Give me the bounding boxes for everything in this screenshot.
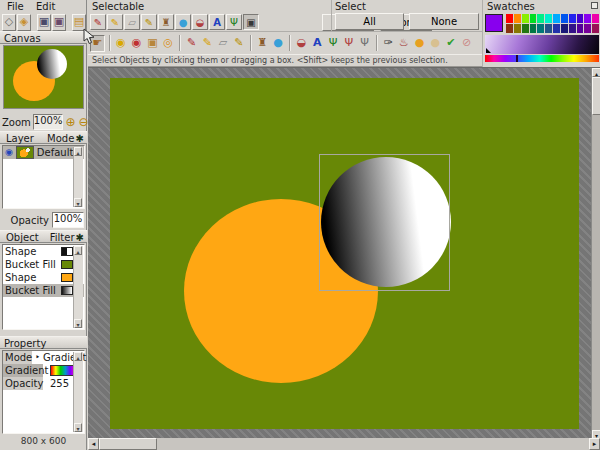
property-panel-header[interactable]: Property bbox=[0, 336, 87, 349]
drawing-page[interactable] bbox=[110, 78, 579, 429]
color-swatch[interactable] bbox=[592, 24, 599, 33]
flask-button[interactable]: ♨ bbox=[396, 35, 411, 52]
panel-gadget-icon[interactable] bbox=[591, 2, 598, 9]
scroll-down-icon[interactable]: ▾ bbox=[74, 198, 82, 207]
menu-file[interactable]: File bbox=[7, 1, 24, 12]
scroll-right-icon[interactable]: ▸ bbox=[589, 438, 600, 450]
stamp-button[interactable]: ♜ bbox=[255, 35, 270, 52]
apply-button[interactable]: ✔ bbox=[444, 35, 459, 52]
zoom-in-button[interactable]: ⊕ bbox=[65, 114, 75, 130]
selectable-screen-button[interactable]: ▣ bbox=[243, 14, 259, 30]
box-button[interactable]: ▣ bbox=[145, 35, 160, 52]
fill-orange-button[interactable]: ● bbox=[412, 35, 427, 52]
canvas-panel-header[interactable]: Canvas bbox=[0, 31, 87, 44]
layer-row-default[interactable]: ◉ Default bbox=[3, 146, 84, 159]
color-swatch[interactable] bbox=[561, 14, 568, 23]
scroll-up-icon[interactable]: ▴ bbox=[74, 246, 82, 255]
color-swatch[interactable] bbox=[506, 14, 513, 23]
horizontal-scroll-thumb[interactable] bbox=[99, 438, 157, 450]
letter-a-button[interactable]: A bbox=[310, 35, 325, 52]
selectable-droplet-button[interactable]: ● bbox=[175, 14, 191, 30]
color-swatch[interactable] bbox=[577, 14, 584, 23]
property-row-opacity[interactable]: Opacity 255 bbox=[3, 377, 84, 390]
color-swatch[interactable] bbox=[592, 14, 599, 23]
vertical-scrollbar[interactable]: ▴ ▾ bbox=[591, 68, 600, 438]
tab-object[interactable]: Object bbox=[6, 232, 39, 243]
save-button[interactable]: ▣ bbox=[37, 14, 51, 31]
scroll-up-icon[interactable]: ▴ bbox=[74, 147, 82, 156]
color-swatch[interactable] bbox=[584, 14, 591, 23]
scroll-down-icon[interactable]: ▾ bbox=[592, 430, 600, 438]
vertical-scroll-thumb[interactable] bbox=[592, 77, 600, 115]
layer-visibility-eye-icon[interactable]: ◉ bbox=[5, 146, 13, 159]
fill-tan-button[interactable]: ● bbox=[428, 35, 443, 52]
eraser-button[interactable]: ▱ bbox=[216, 35, 231, 52]
tab-filter[interactable]: Filter bbox=[50, 232, 75, 243]
property-row-gradient[interactable]: Gradient bbox=[3, 364, 84, 377]
color-swatch[interactable] bbox=[537, 24, 544, 33]
menu-edit[interactable]: Edit bbox=[36, 1, 55, 12]
tab-mode[interactable]: Mode bbox=[47, 133, 74, 144]
property-row-mode[interactable]: Mode ‣ Gradient bbox=[3, 351, 84, 364]
selectable-droplet-dark-button[interactable]: ◒ bbox=[192, 14, 208, 30]
open-file-button[interactable]: ◈ bbox=[17, 14, 31, 31]
object-row-bucket-1[interactable]: Bucket Fill bbox=[3, 258, 84, 271]
property-value[interactable]: 255 bbox=[50, 377, 69, 390]
color-swatch[interactable] bbox=[514, 24, 521, 33]
fork-gray-button[interactable]: Ψ bbox=[357, 35, 372, 52]
saturation-value-picker[interactable] bbox=[485, 35, 599, 54]
droplet-dark-button[interactable]: ◒ bbox=[294, 35, 309, 52]
color-swatch[interactable] bbox=[553, 14, 560, 23]
object-row-shape-2[interactable]: Shape bbox=[3, 271, 84, 284]
pencil-yellow-button[interactable]: ✎ bbox=[200, 35, 215, 52]
fork-red-button[interactable]: Ψ bbox=[341, 35, 356, 52]
color-swatch[interactable] bbox=[506, 24, 513, 33]
selectable-eraser-button[interactable]: ▱ bbox=[124, 14, 140, 30]
color-swatch[interactable] bbox=[522, 24, 529, 33]
pencil-gold-button[interactable]: ✎ bbox=[231, 35, 246, 52]
object-row-bucket-2[interactable]: Bucket Fill bbox=[3, 284, 84, 297]
tab-layer[interactable]: Layer bbox=[6, 133, 34, 144]
selection-rectangle[interactable] bbox=[319, 154, 450, 291]
select-none-button[interactable]: None bbox=[409, 13, 479, 30]
selectable-letter-a-button[interactable]: A bbox=[209, 14, 225, 30]
scroll-left-icon[interactable]: ◂ bbox=[88, 438, 99, 450]
color-swatch[interactable] bbox=[561, 24, 568, 33]
color-swatch[interactable] bbox=[514, 14, 521, 23]
layer-panel-menu-icon[interactable]: ✱ bbox=[76, 133, 84, 144]
color-swatch[interactable] bbox=[545, 14, 552, 23]
canvas-viewport[interactable]: ▴ ▾ bbox=[88, 67, 600, 438]
object-panel-menu-icon[interactable]: ✱ bbox=[76, 232, 84, 243]
selectable-fork-button[interactable]: Ψ bbox=[226, 14, 242, 30]
scroll-up-icon[interactable]: ▴ bbox=[74, 352, 82, 361]
color-swatch[interactable] bbox=[569, 14, 576, 23]
new-document-button[interactable]: ◇ bbox=[2, 14, 16, 31]
color-swatch[interactable] bbox=[545, 24, 552, 33]
fork-green-button[interactable]: Ψ bbox=[326, 35, 341, 52]
droplet-button[interactable]: ● bbox=[271, 35, 286, 52]
property-scrollbar[interactable]: ▴ ▾ bbox=[73, 352, 83, 432]
scroll-down-icon[interactable]: ▾ bbox=[74, 319, 82, 328]
cancel-button[interactable]: ⊘ bbox=[459, 35, 474, 52]
color-swatch[interactable] bbox=[553, 24, 560, 33]
pin-yellow-button[interactable]: ◉ bbox=[114, 35, 129, 52]
color-swatch[interactable] bbox=[530, 24, 537, 33]
color-swatch[interactable] bbox=[522, 14, 529, 23]
current-color-swatch[interactable] bbox=[485, 14, 503, 32]
hue-strip[interactable] bbox=[485, 55, 599, 62]
canvas-preview[interactable] bbox=[3, 45, 84, 109]
pin-red-button[interactable]: ◉ bbox=[129, 35, 144, 52]
object-list-scrollbar[interactable]: ▴ ▾ bbox=[73, 246, 83, 328]
color-swatch[interactable] bbox=[537, 14, 544, 23]
selectable-stamp-button[interactable]: ♜ bbox=[158, 14, 174, 30]
save-as-button[interactable]: ▣ bbox=[52, 14, 66, 31]
selectable-pencil-yellow-button[interactable]: ✎ bbox=[107, 14, 123, 30]
scroll-up-icon[interactable]: ▴ bbox=[592, 68, 600, 77]
eyedropper-button[interactable]: ✑ bbox=[381, 35, 396, 52]
horizontal-scrollbar[interactable]: ◂ ▸ bbox=[88, 438, 600, 450]
selectable-pencil-gold-button[interactable]: ✎ bbox=[141, 14, 157, 30]
layer-list-scrollbar[interactable]: ▴ ▾ bbox=[73, 147, 83, 207]
select-all-button[interactable]: All bbox=[335, 13, 404, 30]
zoom-value-field[interactable]: 100% bbox=[33, 114, 64, 130]
color-swatch[interactable] bbox=[569, 24, 576, 33]
